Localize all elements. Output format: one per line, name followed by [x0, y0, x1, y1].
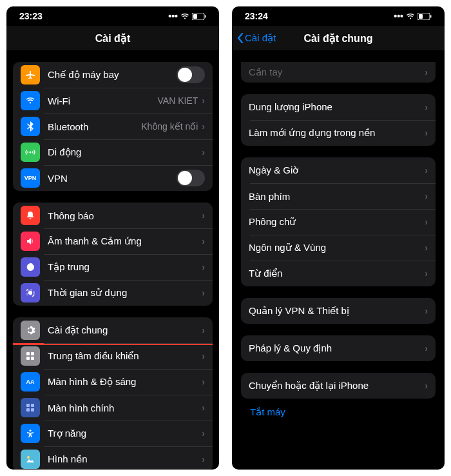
row-label: Tập trung	[48, 261, 202, 273]
row-vpn[interactable]: VPNVPN	[13, 165, 213, 191]
settings-list[interactable]: Chế độ máy bayWi-FiVAN KIET›BluetoothKhô…	[6, 50, 219, 470]
screenshot-settings: 23:23 ••• Cài đặt Chế độ máy bayWi-FiVAN…	[6, 6, 219, 470]
svg-rect-1	[193, 14, 197, 19]
row-label: VPN	[48, 173, 177, 184]
chevron-right-icon: ›	[202, 147, 205, 157]
status-bar: 23:24 •••	[232, 6, 445, 26]
chevron-right-icon: ›	[202, 402, 205, 413]
row-control-center[interactable]: Trung tâm điều khiển›	[13, 343, 213, 369]
display-icon: AA	[21, 372, 40, 392]
settings-section: Pháp lý & Quy định›	[241, 335, 436, 361]
status-time: 23:24	[245, 11, 268, 21]
row-label: Màn hình & Độ sáng	[48, 376, 202, 388]
svg-rect-6	[26, 357, 30, 360]
toggle-switch[interactable]	[177, 66, 205, 83]
row-transfer-reset[interactable]: Chuyển hoặc đặt lại iPhone›	[241, 373, 436, 399]
svg-rect-5	[31, 352, 34, 355]
row-focus[interactable]: Tập trung›	[13, 254, 213, 280]
row-label: Phông chữ	[249, 216, 425, 228]
settings-section: Thông báo›Âm thanh & Cảm ứng›Tập trung›T…	[13, 203, 213, 306]
row-storage[interactable]: Dung lượng iPhone›	[241, 94, 436, 120]
chevron-right-icon: ›	[425, 165, 428, 175]
chevron-right-icon: ›	[425, 191, 428, 201]
row-notifications[interactable]: Thông báo›	[13, 203, 213, 228]
battery-icon	[192, 13, 206, 20]
row-label: Thời gian sử dụng	[48, 287, 202, 299]
row-detail: Không kết nối	[141, 121, 198, 132]
row-bluetooth[interactable]: BluetoothKhông kết nối›	[13, 114, 213, 139]
page-title: Cài đặt chung	[304, 32, 373, 45]
row-dictionary[interactable]: Từ điển›	[241, 261, 436, 286]
toggle-switch[interactable]	[177, 170, 205, 186]
row-sounds[interactable]: Âm thanh & Cảm ứng›	[13, 228, 213, 254]
row-label: Trung tâm điều khiển	[48, 350, 202, 362]
row-appearance[interactable]: Hình nền›	[13, 446, 213, 470]
chevron-right-icon: ›	[202, 351, 205, 361]
row-label: Ngày & Giờ	[249, 164, 425, 176]
general-icon	[21, 321, 40, 340]
settings-section: Chuyển hoặc đặt lại iPhone›	[241, 373, 436, 399]
row-label: Cài đặt chung	[48, 324, 202, 336]
row-label: Wi-Fi	[48, 95, 158, 106]
row-label: Âm thanh & Cảm ứng	[48, 235, 202, 247]
row-vpn-device[interactable]: Quản lý VPN & Thiết bị›	[241, 298, 436, 324]
chevron-right-icon: ›	[202, 236, 205, 246]
chevron-right-icon: ›	[425, 67, 428, 77]
accessibility-icon	[21, 424, 40, 443]
svg-rect-15	[419, 14, 423, 19]
row-language[interactable]: Ngôn ngữ & Vùng›	[241, 235, 436, 261]
nav-header: Cài đặt	[6, 26, 219, 50]
back-button[interactable]: Cài đặt	[237, 32, 276, 44]
chevron-right-icon: ›	[425, 102, 428, 112]
row-label: Trợ năng	[48, 428, 202, 439]
row-general[interactable]: Cài đặt chung›	[13, 317, 213, 343]
wifi-icon	[21, 91, 40, 110]
settings-section: Dung lượng iPhone›Làm mới ứng dụng trong…	[241, 94, 436, 146]
row-keyboard[interactable]: Bàn phím›	[241, 183, 436, 209]
screenshot-general: 23:24 ••• Cài đặt Cài đặt chung Cần tay …	[232, 6, 445, 470]
row-label: Chuyển hoặc đặt lại iPhone	[249, 380, 425, 392]
chevron-left-icon	[237, 33, 244, 43]
row-label: Chế độ máy bay	[48, 69, 177, 81]
chevron-right-icon: ›	[202, 428, 205, 439]
row-label: Màn hình chính	[48, 402, 202, 413]
row-label: Ngôn ngữ & Vùng	[249, 242, 425, 253]
chevron-right-icon: ›	[202, 325, 205, 335]
status-icons: •••	[168, 11, 206, 21]
airplane-icon	[21, 65, 40, 84]
row-label: Từ điển	[249, 268, 425, 279]
row-home-screen[interactable]: Màn hình chính›	[13, 395, 213, 421]
row-fonts[interactable]: Phông chữ›	[241, 209, 436, 235]
wifi-icon	[406, 13, 415, 19]
row-display[interactable]: AAMàn hình & Độ sáng›	[13, 369, 213, 395]
row-detail: VAN KIET	[158, 95, 198, 106]
svg-point-12	[30, 430, 32, 431]
row-cellular[interactable]: Di động›	[13, 139, 213, 165]
page-title: Cài đặt	[95, 32, 130, 45]
row-wifi[interactable]: Wi-FiVAN KIET›	[13, 88, 213, 114]
sounds-icon	[21, 232, 40, 251]
row-date-time[interactable]: Ngày & Giờ›	[241, 157, 436, 183]
settings-section: Quản lý VPN & Thiết bị›	[241, 298, 436, 324]
row-airplane[interactable]: Chế độ máy bay	[13, 62, 213, 88]
shutdown-link[interactable]: Tắt máy	[241, 399, 445, 426]
row-legal[interactable]: Pháp lý & Quy định›	[241, 335, 436, 361]
svg-rect-9	[31, 404, 34, 407]
row-background-refresh[interactable]: Làm mới ứng dụng trong nền›	[241, 120, 436, 146]
general-list[interactable]: Cần tay › Dung lượng iPhone›Làm mới ứng …	[232, 50, 445, 426]
signal-icon: •••	[394, 11, 403, 21]
row-label: Thông báo	[48, 210, 202, 221]
row-label: Dung lượng iPhone	[249, 101, 425, 113]
svg-rect-10	[26, 408, 30, 412]
control-center-icon	[21, 346, 40, 366]
row-accessibility[interactable]: Trợ năng›	[13, 421, 213, 446]
wifi-icon	[180, 13, 189, 19]
chevron-right-icon: ›	[425, 128, 428, 138]
row-screentime[interactable]: Thời gian sử dụng›	[13, 280, 213, 306]
row-partial[interactable]: Cần tay ›	[241, 62, 436, 83]
chevron-right-icon: ›	[425, 343, 428, 353]
row-label: Pháp lý & Quy định	[249, 342, 425, 354]
chevron-right-icon: ›	[425, 243, 428, 253]
svg-point-3	[28, 291, 32, 295]
vpn-icon: VPN	[21, 168, 40, 188]
